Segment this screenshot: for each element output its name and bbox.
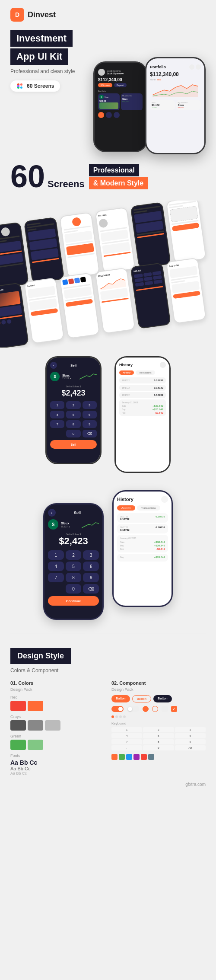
collage-phone-12-inner: Buy order <box>167 259 206 323</box>
hp-key-5[interactable]: 5 <box>66 562 82 571</box>
hp-tab-transactions[interactable]: Transactions <box>137 505 160 511</box>
toggle-off[interactable] <box>127 706 139 712</box>
hp-back[interactable]: ‹ <box>48 509 56 517</box>
comp-k-2[interactable]: 2 <box>143 727 174 732</box>
red-swatch-group: Red <box>10 695 105 711</box>
brand-name: Dinvest <box>28 10 56 19</box>
swatch-gray-1 <box>10 720 26 731</box>
history-entry-3: 18/1722 0.18732 <box>119 392 166 398</box>
hp-g3-val: -$0.842 <box>156 548 165 550</box>
checkmark: ✓ <box>172 707 176 711</box>
entry-date-1: 18/1722 <box>122 379 130 382</box>
hp-key-2[interactable]: 2 <box>66 550 82 560</box>
hp-key-8[interactable]: 8 <box>66 573 82 582</box>
hp-g-row-1: Sale +$30.842 <box>120 541 165 543</box>
hp-stock-name: Sbux <box>61 521 70 525</box>
hp-key-0[interactable]: 0 <box>66 584 82 594</box>
pagination-dots <box>111 715 206 718</box>
history-tabs: Activity Transactions <box>119 370 166 375</box>
key-3[interactable]: 3 <box>83 401 97 409</box>
phone-content-2: Portfolio $112,340,00 Month Year <box>146 63 204 153</box>
comp-k-9[interactable]: 9 <box>175 739 206 744</box>
hp-sell-button[interactable]: Continue <box>48 596 99 606</box>
sell-phone: ‹ Sell S Sbux 15,123 ▲ Sell <box>45 356 102 464</box>
comp-btn-dark[interactable]: Button <box>153 695 172 702</box>
hp-key-3[interactable]: 3 <box>83 550 99 560</box>
swatch-green-1 <box>10 740 26 750</box>
hp-tab-activity[interactable]: Activity <box>117 505 135 511</box>
hp-key-6[interactable]: 6 <box>83 562 99 571</box>
key-1[interactable]: 1 <box>50 401 64 409</box>
back-btn-sell[interactable]: ‹ <box>50 362 57 369</box>
radio-selected[interactable] <box>143 706 149 712</box>
colors-title: 01. Colors <box>10 680 105 686</box>
gray-label: Grays <box>10 715 105 719</box>
comp-btn-outline[interactable]: Button <box>132 695 152 702</box>
key-2[interactable]: 2 <box>66 401 80 409</box>
comp-k-3[interactable]: 3 <box>175 727 206 732</box>
checkbox-checked[interactable]: ✓ <box>171 706 177 712</box>
entry-val-6: -$0.842 <box>155 412 163 414</box>
history-entry-2: 18/1722 0.18732 <box>119 385 166 391</box>
comp-k-6[interactable]: 6 <box>175 733 206 738</box>
comp-k-4[interactable]: 4 <box>111 733 142 738</box>
professional-label: Professional <box>89 164 139 176</box>
comp-k-5[interactable]: 5 <box>143 733 174 738</box>
key-4[interactable]: 4 <box>50 411 64 418</box>
key-7[interactable]: 7 <box>50 420 64 428</box>
sell-btn[interactable]: Sell <box>50 440 97 449</box>
sixty-screens-group: 60 Screens <box>10 161 85 192</box>
tab-activity[interactable]: Activity <box>119 370 134 375</box>
keyboard-component: 1 2 3 4 5 6 7 8 9 . 0 ⌫ <box>111 727 206 750</box>
hero-line2: App UI Kit <box>10 48 68 65</box>
entry-val-5: +$20.842 <box>152 408 163 411</box>
key-backspace[interactable]: ⌫ <box>83 430 97 437</box>
hp-history-icon[interactable] <box>161 496 168 503</box>
comp-k-0[interactable]: 0 <box>143 745 174 750</box>
hp-entry-4-group: Buy +$20.842 <box>117 554 168 562</box>
gray-swatches <box>10 720 105 731</box>
key-0[interactable]: 0 <box>66 430 80 437</box>
hp-key-7[interactable]: 7 <box>48 573 64 582</box>
entry-date-group: January 01 2023 <box>122 401 163 404</box>
comp-k-8[interactable]: 8 <box>143 739 174 744</box>
section-60: 60 Screens Professional & Modern Style <box>0 152 216 201</box>
collage-phone-9-inner <box>60 273 99 338</box>
hero-title-box: Investment App UI Kit <box>10 30 73 68</box>
hp-g1-label: Sale <box>120 541 124 543</box>
swatch-red-2 <box>28 701 43 711</box>
history-search-icon[interactable] <box>160 362 166 368</box>
hp-key-9[interactable]: 9 <box>83 573 99 582</box>
tab-transactions[interactable]: Transactions <box>136 370 155 375</box>
checkbox-unchecked[interactable] <box>162 706 168 712</box>
key-6[interactable]: 6 <box>83 411 97 418</box>
hp-key-1[interactable]: 1 <box>48 550 64 560</box>
comp-k-del[interactable]: ⌫ <box>175 745 206 750</box>
comp-k-dot[interactable]: . <box>111 745 142 750</box>
key-5[interactable]: 5 <box>66 411 80 418</box>
hp-key-4[interactable]: 4 <box>48 562 64 571</box>
comp-k-1[interactable]: 1 <box>111 727 142 732</box>
icon-blue <box>126 754 132 760</box>
phone-collage-section: Account <box>0 201 216 348</box>
hp-entry-1-left: 18/1722 0.18732 <box>120 515 130 520</box>
icon-red <box>141 754 147 760</box>
red-label: Red <box>10 695 105 699</box>
collage-phone-10-inner: $112,340,00 <box>95 268 134 333</box>
icon-row <box>111 754 206 760</box>
avatar-2 <box>71 217 81 227</box>
hp-group-date: January 01 2023 <box>120 537 165 539</box>
hp-key-bs[interactable]: ⌫ <box>83 584 99 594</box>
toggle-on[interactable] <box>111 706 124 712</box>
hp-g3-label: Fee <box>120 548 124 550</box>
key-8[interactable]: 8 <box>66 420 80 428</box>
comp-btn-primary[interactable]: Button <box>111 695 130 702</box>
key-9[interactable]: 9 <box>83 420 97 428</box>
accent-line-7 <box>136 286 163 291</box>
collage-phone-1-inner <box>0 223 28 287</box>
history-header: History <box>119 362 166 368</box>
hp-g-row-2: Buy +$20.842 <box>120 544 165 547</box>
radio-unselected[interactable] <box>152 706 158 712</box>
collage-phone-1 <box>0 222 29 288</box>
comp-k-7[interactable]: 7 <box>111 739 142 744</box>
